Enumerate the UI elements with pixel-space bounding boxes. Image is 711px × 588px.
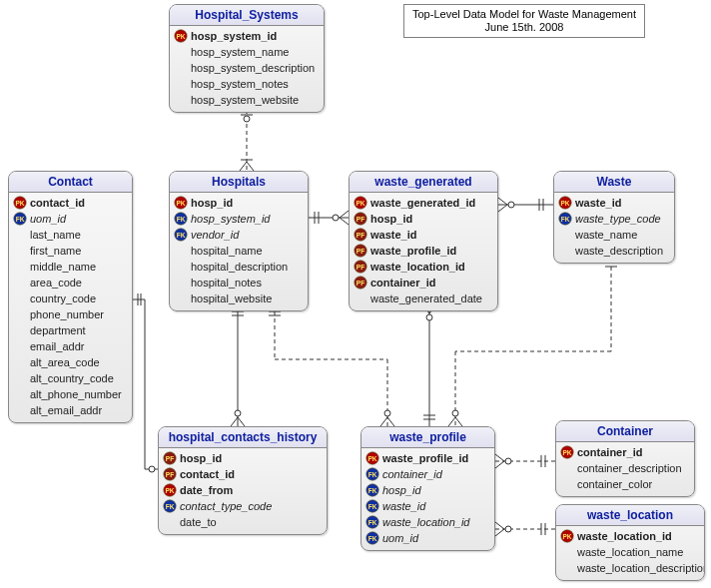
svg-text:FK: FK xyxy=(368,503,377,510)
field-label: contact_id xyxy=(180,468,235,480)
field-row: waste_description xyxy=(558,243,670,259)
field-label: waste_location_id xyxy=(370,261,465,273)
svg-text:PK: PK xyxy=(560,200,569,207)
field-row: area_code xyxy=(13,275,128,291)
field-row: alt_area_code xyxy=(13,354,128,370)
field-row: FKhosp_system_id xyxy=(174,211,304,227)
field-label: hospital_website xyxy=(191,293,272,304)
svg-text:PF: PF xyxy=(356,232,364,239)
field-label: contact_id xyxy=(30,197,85,209)
field-row: PKwaste_profile_id xyxy=(365,450,490,466)
field-label: hosp_system_id xyxy=(191,30,277,42)
svg-text:FK: FK xyxy=(561,216,570,223)
pk-key-icon: PK xyxy=(558,196,572,210)
field-row: waste_location_description xyxy=(560,560,700,576)
svg-text:PK: PK xyxy=(176,33,185,40)
svg-line-4 xyxy=(247,162,254,171)
field-label: waste_type_code xyxy=(575,213,661,225)
svg-text:PK: PK xyxy=(165,487,174,494)
pk-key-icon: PK xyxy=(560,445,574,459)
entity-header: Contact xyxy=(9,172,132,193)
entity-header: Hospitals xyxy=(170,172,308,193)
field-row: container_description xyxy=(560,460,690,476)
svg-point-43 xyxy=(426,314,432,320)
field-row: hospital_website xyxy=(174,291,304,306)
entity-hospital_systems: Hospital_SystemsPKhosp_system_idhosp_sys… xyxy=(169,4,325,113)
field-label: container_color xyxy=(577,478,652,490)
field-row: alt_phone_number xyxy=(13,386,128,402)
svg-text:PF: PF xyxy=(166,455,174,462)
svg-text:PK: PK xyxy=(367,455,376,462)
entity-body: PKwaste_generated_idPFhosp_idPFwaste_idP… xyxy=(350,193,497,310)
field-row: PFwaste_profile_id xyxy=(354,243,493,259)
field-row: PKhosp_id xyxy=(174,195,304,211)
field-label: hosp_system_website xyxy=(191,94,299,106)
field-label: first_name xyxy=(30,245,81,257)
entity-header: waste_profile xyxy=(361,427,494,448)
field-label: hospital_name xyxy=(191,245,263,257)
field-label: waste_location_name xyxy=(577,546,683,558)
fk-key-icon: FK xyxy=(163,499,177,513)
field-row: PFhosp_id xyxy=(354,211,493,227)
field-label: phone_number xyxy=(30,308,104,320)
field-label: alt_email_addr xyxy=(30,404,102,416)
pf-key-icon: PF xyxy=(163,467,177,481)
field-row: hosp_system_notes xyxy=(174,76,320,92)
field-row: PKwaste_id xyxy=(558,195,670,211)
svg-text:PF: PF xyxy=(356,264,364,271)
field-label: uom_id xyxy=(382,532,418,544)
svg-point-56 xyxy=(505,458,511,464)
svg-text:FK: FK xyxy=(177,232,186,239)
field-label: waste_profile_id xyxy=(370,245,456,257)
pk-key-icon: PK xyxy=(354,196,367,210)
field-row: middle_name xyxy=(13,259,128,275)
svg-text:PF: PF xyxy=(356,280,364,287)
entity-name: hospital_contacts_history xyxy=(169,430,318,444)
field-label: alt_area_code xyxy=(30,356,100,368)
entity-body: PKwaste_location_idwaste_location_namewa… xyxy=(556,526,704,580)
field-label: last_name xyxy=(30,229,81,241)
field-label: waste_profile_id xyxy=(382,452,468,464)
field-row: PFwaste_id xyxy=(354,227,493,243)
svg-point-37 xyxy=(384,410,390,416)
svg-text:FK: FK xyxy=(368,519,377,526)
entity-header: waste_generated xyxy=(350,172,497,193)
entity-name: Hospital_Systems xyxy=(195,8,298,22)
field-row: phone_number xyxy=(13,306,128,322)
field-label: hosp_id xyxy=(382,484,421,496)
pf-key-icon: PF xyxy=(163,451,177,465)
svg-text:PF: PF xyxy=(166,471,174,478)
field-row: email_addr xyxy=(13,338,128,354)
entity-body: PFhosp_idPFcontact_idPKdate_fromFKcontac… xyxy=(159,448,327,534)
pf-key-icon: PF xyxy=(354,260,367,274)
entity-name: Contact xyxy=(48,175,93,189)
fk-key-icon: FK xyxy=(174,212,188,226)
svg-line-35 xyxy=(380,417,387,426)
field-label: hosp_system_name xyxy=(191,46,289,58)
field-row: FKwaste_location_id xyxy=(365,514,490,530)
entity-hospital_contacts_history: hospital_contacts_historyPFhosp_idPFcont… xyxy=(158,426,328,535)
field-row: FKcontainer_id xyxy=(365,466,490,482)
field-label: waste_id xyxy=(575,197,621,209)
title-line2: June 15th. 2008 xyxy=(408,21,640,34)
pf-key-icon: PF xyxy=(354,276,367,290)
fk-key-icon: FK xyxy=(365,531,379,545)
field-label: alt_phone_number xyxy=(30,388,122,400)
field-label: contact_type_code xyxy=(180,500,272,512)
field-row: hospital_name xyxy=(174,243,304,259)
field-label: container_id xyxy=(577,446,642,458)
field-label: waste_generated_id xyxy=(370,197,475,209)
svg-text:PK: PK xyxy=(562,533,571,540)
svg-text:PF: PF xyxy=(356,248,364,255)
field-label: department xyxy=(30,324,86,336)
entity-header: hospital_contacts_history xyxy=(159,427,327,448)
field-row: FKuom_id xyxy=(365,530,490,546)
field-label: hospital_description xyxy=(191,261,288,273)
field-label: date_to xyxy=(180,516,217,528)
svg-line-15 xyxy=(498,198,507,205)
field-label: hosp_id xyxy=(370,213,412,225)
field-row: hospital_notes xyxy=(174,275,304,291)
pk-key-icon: PK xyxy=(560,529,574,543)
entity-container: ContainerPKcontainer_idcontainer_descrip… xyxy=(555,420,695,497)
field-row: department xyxy=(13,322,128,338)
